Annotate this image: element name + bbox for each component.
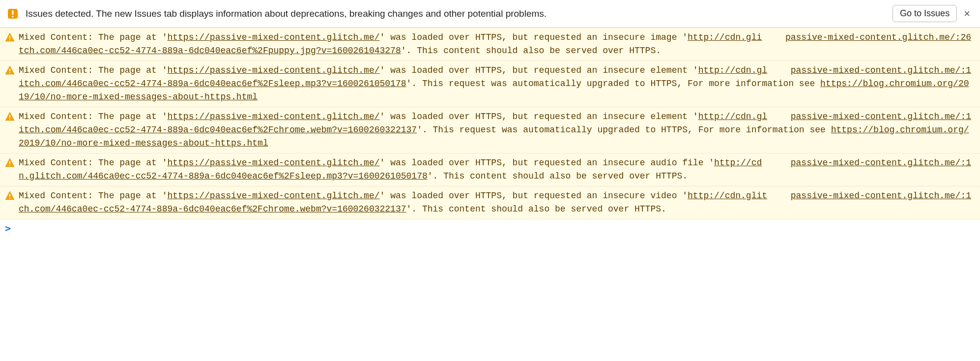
resource-url-link[interactable]: http://cdn.glitch.com/446ca0ec-cc52-4774…	[19, 65, 767, 89]
go-to-issues-button[interactable]: Go to Issues	[893, 5, 957, 22]
source-link[interactable]: passive-mixed-content.glitch.me/:26	[766, 31, 971, 44]
warning-triangle-icon	[5, 158, 15, 168]
warning-triangle-icon	[5, 112, 15, 121]
svg-rect-1	[12, 10, 13, 15]
console-warning-row: passive-mixed-content.glitch.me/:1Mixed …	[0, 61, 980, 107]
console-warning-row: passive-mixed-content.glitch.me/:1Mixed …	[0, 186, 980, 219]
page-url-link[interactable]: https://passive-mixed-content.glitch.me/	[167, 32, 379, 42]
svg-rect-4	[9, 39, 10, 40]
page-url-link[interactable]: https://passive-mixed-content.glitch.me/	[167, 191, 379, 201]
issues-notification-text: Issues detected. The new Issues tab disp…	[26, 8, 893, 19]
resource-url-link[interactable]: http://cdn.glitch.com/446ca0ec-cc52-4774…	[19, 158, 762, 181]
close-issues-bar-button[interactable]: ×	[961, 7, 973, 20]
page-url-link[interactable]: https://passive-mixed-content.glitch.me/	[167, 65, 379, 75]
warning-triangle-icon	[5, 32, 15, 42]
svg-rect-11	[9, 194, 10, 197]
console-prompt[interactable]: >	[0, 219, 980, 237]
console-message-body: passive-mixed-content.glitch.me/:1Mixed …	[19, 64, 975, 104]
issues-warning-icon	[7, 8, 19, 20]
console-warning-row: passive-mixed-content.glitch.me/:1Mixed …	[0, 153, 980, 186]
console-message-body: passive-mixed-content.glitch.me/:1Mixed …	[19, 156, 975, 183]
source-link[interactable]: passive-mixed-content.glitch.me/:1	[771, 110, 971, 123]
svg-rect-12	[9, 198, 10, 199]
prompt-chevron-icon: >	[5, 222, 11, 234]
console-message-list: passive-mixed-content.glitch.me/:26Mixed…	[0, 28, 980, 219]
console-message-body: passive-mixed-content.glitch.me/:26Mixed…	[19, 31, 975, 58]
warning-triangle-icon	[5, 65, 15, 75]
resource-url-link[interactable]: http://cdn.glitch.com/446ca0ec-cc52-4774…	[19, 32, 762, 56]
svg-rect-10	[9, 165, 10, 166]
console-message-body: passive-mixed-content.glitch.me/:1Mixed …	[19, 110, 975, 150]
resource-url-link[interactable]: http://cdn.glitch.com/446ca0ec-cc52-4774…	[19, 112, 767, 135]
svg-rect-2	[12, 16, 13, 17]
svg-rect-5	[9, 69, 10, 72]
svg-rect-7	[9, 115, 10, 118]
issues-notification-bar: Issues detected. The new Issues tab disp…	[0, 0, 980, 28]
page-url-link[interactable]: https://passive-mixed-content.glitch.me/	[167, 158, 379, 168]
svg-rect-6	[9, 72, 10, 73]
svg-rect-8	[9, 119, 10, 120]
resource-url-link[interactable]: http://cdn.glitch.com/446ca0ec-cc52-4774…	[19, 191, 767, 214]
source-link[interactable]: passive-mixed-content.glitch.me/:1	[771, 189, 971, 203]
source-link[interactable]: passive-mixed-content.glitch.me/:1	[771, 64, 971, 77]
svg-rect-9	[9, 161, 10, 164]
warning-triangle-icon	[5, 191, 15, 201]
console-message-body: passive-mixed-content.glitch.me/:1Mixed …	[19, 189, 975, 216]
svg-rect-3	[9, 36, 10, 39]
console-warning-row: passive-mixed-content.glitch.me/:1Mixed …	[0, 107, 980, 153]
page-url-link[interactable]: https://passive-mixed-content.glitch.me/	[167, 112, 379, 121]
console-warning-row: passive-mixed-content.glitch.me/:26Mixed…	[0, 28, 980, 61]
source-link[interactable]: passive-mixed-content.glitch.me/:1	[771, 156, 971, 170]
